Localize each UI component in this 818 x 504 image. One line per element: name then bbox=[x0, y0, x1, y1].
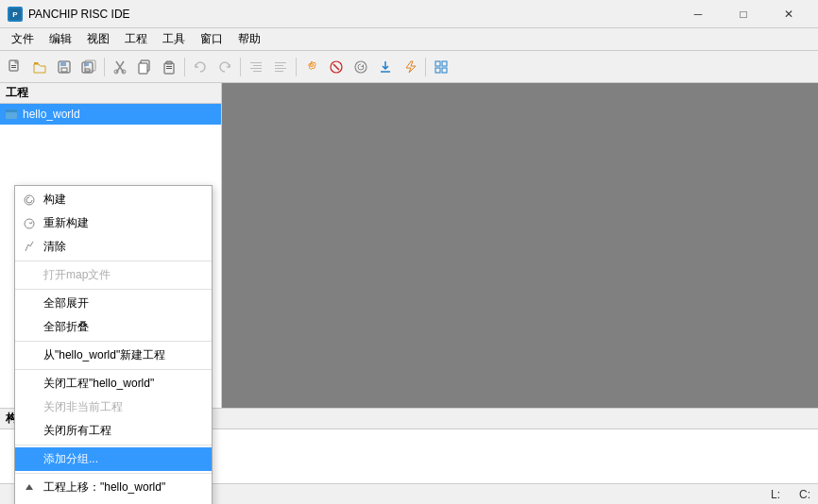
ctx-sep-2 bbox=[15, 289, 212, 290]
svg-rect-3 bbox=[11, 65, 16, 66]
download-button[interactable] bbox=[374, 56, 397, 78]
svg-rect-25 bbox=[275, 65, 283, 66]
ctx-close-non-current[interactable]: 关闭非当前工程 bbox=[15, 395, 212, 419]
ctx-close-all[interactable]: 关闭所有工程 bbox=[15, 419, 212, 443]
toolbar-sep-2 bbox=[184, 58, 185, 76]
flash-button[interactable] bbox=[399, 56, 421, 78]
svg-rect-20 bbox=[250, 62, 262, 63]
grid-button[interactable] bbox=[430, 56, 452, 78]
paste-button[interactable] bbox=[158, 56, 180, 78]
svg-rect-4 bbox=[11, 67, 16, 68]
ctx-build[interactable]: 构建 bbox=[15, 188, 212, 211]
clean-icon bbox=[21, 239, 38, 256]
svg-rect-38 bbox=[8, 109, 11, 112]
ctx-expand-all[interactable]: 全部展开 bbox=[15, 292, 212, 315]
menu-window[interactable]: 窗口 bbox=[193, 28, 230, 50]
maximize-button[interactable]: □ bbox=[722, 0, 765, 28]
svg-rect-7 bbox=[61, 68, 67, 72]
cut-button[interactable] bbox=[109, 56, 131, 78]
menu-file[interactable]: 文件 bbox=[4, 28, 42, 50]
open-file-button[interactable] bbox=[28, 56, 51, 78]
svg-rect-34 bbox=[435, 68, 440, 73]
ctx-open-map[interactable]: 打开map文件 bbox=[15, 263, 212, 287]
svg-rect-24 bbox=[275, 62, 286, 63]
title-bar: P PANCHIP RISC IDE ─ □ ✕ bbox=[0, 0, 818, 28]
toolbar bbox=[0, 51, 818, 83]
svg-rect-17 bbox=[166, 61, 172, 64]
toolbar-sep-1 bbox=[104, 58, 105, 76]
toolbar-sep-3 bbox=[240, 58, 241, 76]
svg-rect-35 bbox=[442, 68, 447, 73]
main-area: 工程 hello_world 构建 bbox=[0, 83, 818, 483]
line-indicator: L: bbox=[771, 488, 780, 501]
ctx-rebuild[interactable]: 重新构建 bbox=[15, 211, 212, 235]
build-settings-button[interactable] bbox=[300, 56, 323, 78]
svg-point-40 bbox=[25, 219, 34, 228]
project-icon bbox=[4, 107, 19, 122]
close-button[interactable]: ✕ bbox=[767, 0, 810, 28]
minimize-button[interactable]: ─ bbox=[676, 0, 720, 28]
svg-rect-37 bbox=[6, 112, 17, 119]
ctx-clean[interactable]: 清除 bbox=[15, 235, 212, 259]
indent-button[interactable] bbox=[245, 56, 267, 78]
svg-rect-10 bbox=[85, 69, 90, 72]
title-bar-left: P PANCHIP RISC IDE bbox=[8, 7, 130, 22]
copy-button[interactable] bbox=[133, 56, 156, 78]
menu-view[interactable]: 视图 bbox=[79, 28, 117, 50]
menu-tools[interactable]: 工具 bbox=[155, 28, 193, 50]
svg-rect-19 bbox=[166, 68, 172, 69]
project-panel-header: 工程 bbox=[0, 83, 221, 104]
svg-rect-15 bbox=[139, 63, 147, 74]
svg-rect-33 bbox=[442, 61, 447, 66]
undo-button[interactable] bbox=[189, 56, 212, 78]
redo-button[interactable] bbox=[213, 56, 236, 78]
svg-rect-6 bbox=[60, 61, 66, 66]
svg-rect-21 bbox=[253, 65, 262, 66]
arrow-up-icon bbox=[21, 479, 38, 496]
svg-line-30 bbox=[333, 64, 339, 70]
project-tree-item[interactable]: hello_world bbox=[0, 104, 221, 125]
svg-rect-27 bbox=[275, 71, 283, 72]
ctx-add-group[interactable]: 添加分组... bbox=[15, 447, 212, 471]
ctx-new-from[interactable]: 从"hello_world"新建工程 bbox=[15, 344, 212, 367]
outdent-button[interactable] bbox=[269, 56, 292, 78]
svg-point-28 bbox=[311, 63, 314, 66]
build-icon bbox=[21, 192, 38, 209]
menu-bar: 文件 编辑 视图 工程 工具 窗口 帮助 bbox=[0, 28, 818, 51]
menu-project[interactable]: 工程 bbox=[117, 28, 155, 50]
title-bar-controls: ─ □ ✕ bbox=[676, 0, 810, 28]
svg-rect-32 bbox=[435, 61, 440, 66]
col-indicator: C: bbox=[799, 488, 810, 501]
save-button[interactable] bbox=[53, 56, 76, 78]
svg-rect-22 bbox=[250, 68, 262, 69]
svg-text:P: P bbox=[12, 10, 18, 19]
ctx-collapse-all[interactable]: 全部折叠 bbox=[15, 315, 212, 339]
app-title: PANCHIP RISC IDE bbox=[28, 8, 130, 21]
save-all-button[interactable] bbox=[77, 56, 100, 78]
ctx-move-up[interactable]: 工程上移："hello_world" bbox=[15, 476, 212, 499]
stop-button[interactable] bbox=[325, 56, 348, 78]
app-icon: P bbox=[8, 7, 23, 22]
menu-edit[interactable]: 编辑 bbox=[42, 28, 79, 50]
context-menu: 构建 重新构建 清除 打开map文件 全部展开 全部折叠 bbox=[14, 185, 213, 504]
ctx-sep-1 bbox=[15, 260, 212, 261]
ctx-move-down[interactable]: 工程下移："hello_world" bbox=[15, 499, 212, 504]
ctx-sep-6 bbox=[15, 473, 212, 474]
svg-rect-26 bbox=[275, 68, 286, 69]
svg-rect-18 bbox=[166, 66, 172, 67]
svg-rect-23 bbox=[253, 71, 262, 72]
ctx-sep-5 bbox=[15, 445, 212, 445]
toolbar-sep-4 bbox=[296, 58, 297, 76]
menu-help[interactable]: 帮助 bbox=[230, 28, 268, 50]
toolbar-sep-5 bbox=[425, 58, 426, 76]
new-file-button[interactable] bbox=[4, 56, 26, 78]
ctx-sep-3 bbox=[15, 341, 212, 342]
build-button[interactable] bbox=[349, 56, 372, 78]
ctx-close-project[interactable]: 关闭工程"hello_world" bbox=[15, 372, 212, 395]
ctx-sep-4 bbox=[15, 369, 212, 370]
rebuild-icon bbox=[21, 215, 38, 232]
